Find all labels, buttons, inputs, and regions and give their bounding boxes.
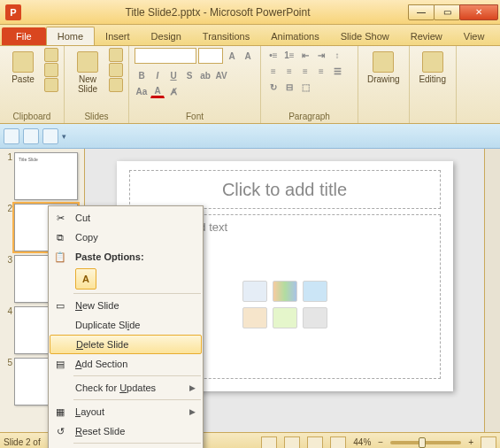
- smartart-icon[interactable]: ⬚: [298, 80, 312, 94]
- font-size-combo[interactable]: [198, 48, 223, 64]
- tab-animations[interactable]: Animations: [260, 27, 329, 45]
- strike-icon[interactable]: S: [182, 68, 196, 82]
- drawing-button[interactable]: Drawing: [364, 48, 404, 88]
- paste-keep-formatting-button[interactable]: A: [75, 268, 96, 290]
- font-name-combo[interactable]: [135, 48, 196, 64]
- editing-button[interactable]: Editing: [415, 48, 450, 88]
- indent-inc-icon[interactable]: ⇥: [314, 48, 328, 62]
- thumb-num: 3: [2, 255, 12, 265]
- align-center-icon[interactable]: ≡: [282, 64, 296, 78]
- line-spacing-icon[interactable]: ↕: [330, 48, 344, 62]
- insert-smartart-icon[interactable]: [303, 281, 327, 302]
- group-editing: Editing: [410, 46, 457, 123]
- reading-view-button[interactable]: [307, 436, 323, 449]
- section-icon[interactable]: [109, 78, 123, 92]
- content-insert-icons: [242, 281, 327, 328]
- layout-icon[interactable]: [109, 48, 123, 62]
- qat-redo-icon[interactable]: [42, 128, 58, 144]
- group-slides: New Slide Slides: [65, 46, 129, 123]
- shadow-icon[interactable]: ab: [198, 68, 212, 82]
- normal-view-button[interactable]: [261, 436, 277, 449]
- spacing-icon[interactable]: AV: [214, 68, 228, 82]
- fit-window-button[interactable]: [481, 436, 496, 449]
- tab-review[interactable]: Review: [400, 27, 453, 45]
- tab-home[interactable]: Home: [46, 27, 95, 45]
- ribbon-tabs: File Home Insert Design Transitions Anim…: [0, 25, 500, 46]
- ctx-duplicate-slide[interactable]: Duplicate Slide: [49, 315, 203, 335]
- close-button[interactable]: ✕: [459, 4, 498, 20]
- ctx-paste-options-row: A: [49, 266, 203, 291]
- tab-file[interactable]: File: [2, 27, 46, 45]
- reset-icon[interactable]: [109, 63, 123, 77]
- zoom-slider[interactable]: [390, 441, 461, 444]
- grow-font-icon[interactable]: A: [225, 49, 239, 63]
- new-slide-button[interactable]: New Slide: [70, 48, 105, 97]
- insert-picture-icon[interactable]: [242, 307, 267, 328]
- tab-transitions[interactable]: Transitions: [192, 27, 260, 45]
- tab-insert[interactable]: Insert: [95, 27, 141, 45]
- insert-table-icon[interactable]: [242, 281, 267, 302]
- thumb-num: 2: [2, 204, 12, 213]
- window-controls: — ▭ ✕: [409, 4, 498, 20]
- zoom-level[interactable]: 44%: [353, 437, 371, 447]
- shrink-font-icon[interactable]: A: [241, 49, 255, 63]
- indent-dec-icon[interactable]: ⇤: [298, 48, 312, 62]
- maximize-button[interactable]: ▭: [434, 4, 460, 20]
- tab-view[interactable]: View: [453, 27, 496, 45]
- numbering-icon[interactable]: 1≡: [282, 48, 296, 62]
- ctx-cut[interactable]: ✂Cut: [49, 208, 203, 228]
- cut-icon[interactable]: [44, 48, 58, 62]
- slideshow-view-button[interactable]: [330, 436, 346, 449]
- align-left-icon[interactable]: ≡: [266, 64, 281, 78]
- paste-icon: [12, 51, 34, 73]
- tab-design[interactable]: Design: [141, 27, 192, 45]
- insert-chart-icon[interactable]: [273, 281, 297, 302]
- align-right-icon[interactable]: ≡: [298, 64, 312, 78]
- zoom-out-button[interactable]: −: [378, 437, 383, 447]
- quick-access-toolbar: ▾: [0, 124, 500, 149]
- paste-icon: 📋: [52, 250, 68, 264]
- title-placeholder[interactable]: Click to add title: [129, 170, 441, 209]
- columns-icon[interactable]: ☰: [330, 64, 344, 78]
- format-painter-icon[interactable]: [44, 78, 58, 92]
- qat-customize-icon[interactable]: ▾: [62, 132, 66, 141]
- ctx-reset-slide[interactable]: ↺Reset Slide: [49, 421, 203, 441]
- ctx-check-updates[interactable]: Check for Updates▶: [49, 378, 203, 398]
- ribbon: Paste Clipboard New Slide Slides: [0, 46, 500, 124]
- minimize-button[interactable]: —: [408, 4, 435, 20]
- insert-media-icon[interactable]: [303, 307, 327, 328]
- underline-icon[interactable]: U: [166, 68, 181, 82]
- window-title: Title Slide2.pptx - Microsoft PowerPoint: [27, 6, 409, 19]
- tab-slideshow[interactable]: Slide Show: [330, 27, 400, 45]
- paste-button[interactable]: Paste: [5, 48, 41, 88]
- thumb-num: 5: [2, 358, 12, 367]
- slide-thumbnail-1[interactable]: Title Slide: [14, 152, 78, 200]
- ctx-add-section[interactable]: ▤Add Section: [49, 354, 203, 374]
- ctx-copy[interactable]: ⧉Copy: [49, 228, 203, 247]
- align-text-icon[interactable]: ⊟: [282, 80, 296, 94]
- slide-indicator: Slide 2 of: [4, 437, 41, 447]
- clear-format-icon[interactable]: A̸: [166, 84, 181, 98]
- slides-group-label: Slides: [70, 110, 123, 123]
- bullets-icon[interactable]: •≡: [266, 48, 281, 62]
- copy-icon[interactable]: [44, 63, 58, 77]
- vertical-scrollbar[interactable]: [484, 149, 500, 432]
- font-color-icon[interactable]: A: [150, 84, 165, 98]
- ctx-layout[interactable]: ▦Layout▶: [49, 402, 203, 421]
- ctx-delete-slide[interactable]: Delete Slide: [50, 335, 202, 354]
- cut-icon: ✂: [52, 211, 68, 225]
- case-icon[interactable]: Aa: [135, 84, 149, 98]
- zoom-in-button[interactable]: +: [468, 437, 473, 447]
- text-direction-icon[interactable]: ↻: [266, 80, 281, 94]
- justify-icon[interactable]: ≡: [314, 64, 328, 78]
- ctx-new-slide[interactable]: ▭New Slide: [49, 296, 203, 315]
- sorter-view-button[interactable]: [284, 436, 300, 449]
- italic-icon[interactable]: I: [150, 68, 165, 82]
- insert-clipart-icon[interactable]: [273, 307, 297, 328]
- thumb-num: 1: [2, 152, 12, 162]
- copy-icon: ⧉: [52, 230, 68, 244]
- editing-label: Editing: [419, 74, 446, 84]
- bold-icon[interactable]: B: [135, 68, 149, 82]
- qat-undo-icon[interactable]: [23, 128, 39, 144]
- qat-save-icon[interactable]: [4, 128, 19, 144]
